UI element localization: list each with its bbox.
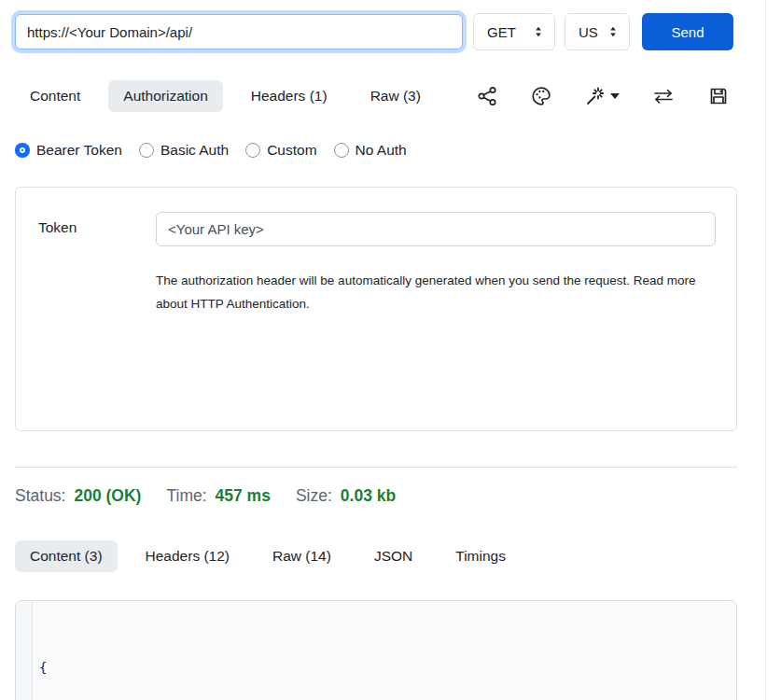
response-tab-json[interactable]: JSON bbox=[359, 540, 427, 572]
request-bar: GET US Send bbox=[15, 13, 737, 50]
palette-icon[interactable] bbox=[530, 85, 552, 107]
size-label: Size: bbox=[296, 486, 332, 506]
size-value: 0.03 kb bbox=[341, 486, 396, 506]
request-toolbar bbox=[476, 85, 737, 107]
magic-wand-icon[interactable] bbox=[584, 85, 620, 107]
bearer-token-panel: Token The authorization header will be a… bbox=[15, 187, 737, 431]
save-icon[interactable] bbox=[707, 85, 730, 107]
tab-headers[interactable]: Headers (1) bbox=[236, 80, 342, 112]
section-divider bbox=[15, 467, 737, 468]
response-tab-headers[interactable]: Headers (12) bbox=[131, 540, 244, 572]
swap-arrows-icon[interactable] bbox=[651, 85, 676, 107]
response-json: { "message": "API running." } bbox=[33, 601, 736, 700]
radio-label: Basic Auth bbox=[160, 142, 229, 159]
radio-custom[interactable]: Custom bbox=[245, 142, 316, 159]
radio-no-auth[interactable]: No Auth bbox=[334, 142, 407, 159]
radio-selected-icon bbox=[15, 143, 30, 158]
time-label: Time: bbox=[166, 486, 206, 506]
response-body-card: { "message": "API running." } bbox=[15, 600, 737, 700]
response-tab-content[interactable]: Content (3) bbox=[15, 540, 118, 572]
token-help-line1: The authorization header will be automat… bbox=[156, 273, 696, 287]
region-select[interactable]: US bbox=[565, 13, 630, 50]
radio-unselected-icon bbox=[334, 143, 349, 158]
code-gutter bbox=[16, 601, 33, 700]
request-tabs: Content Authorization Headers (1) Raw (3… bbox=[15, 78, 737, 114]
page-right-divider bbox=[765, 0, 766, 700]
token-input[interactable] bbox=[156, 212, 716, 246]
tab-authorization[interactable]: Authorization bbox=[108, 80, 222, 112]
token-help-line2: about HTTP Authentication. bbox=[156, 297, 310, 311]
radio-label: Custom bbox=[267, 142, 316, 159]
status-code-value: 200 (OK) bbox=[74, 486, 141, 506]
token-main: The authorization header will be automat… bbox=[156, 212, 716, 430]
radio-label: Bearer Token bbox=[36, 142, 122, 159]
token-label: Token bbox=[38, 212, 156, 430]
radio-unselected-icon bbox=[245, 143, 260, 158]
method-select-value: GET bbox=[487, 24, 516, 40]
api-client-panel: GET US Send Content Authorization Header… bbox=[15, 13, 737, 700]
send-button[interactable]: Send bbox=[642, 13, 733, 50]
token-help-text: The authorization header will be automat… bbox=[156, 269, 706, 315]
chevron-down-icon bbox=[610, 93, 620, 99]
response-status-bar: Status: 200 (OK) Time: 457 ms Size: 0.03… bbox=[15, 486, 737, 506]
tab-raw[interactable]: Raw (3) bbox=[356, 80, 436, 112]
tab-content[interactable]: Content bbox=[15, 80, 95, 112]
time-value: 457 ms bbox=[216, 486, 271, 506]
radio-bearer-token[interactable]: Bearer Token bbox=[15, 142, 122, 159]
radio-label: No Auth bbox=[356, 142, 407, 159]
region-select-value: US bbox=[579, 24, 598, 40]
radio-basic-auth[interactable]: Basic Auth bbox=[139, 142, 229, 159]
method-select[interactable]: GET bbox=[473, 13, 555, 50]
radio-unselected-icon bbox=[139, 143, 154, 158]
share-icon[interactable] bbox=[476, 85, 498, 107]
status-label: Status: bbox=[15, 486, 65, 506]
url-input[interactable] bbox=[15, 14, 463, 49]
select-arrows-icon bbox=[607, 25, 620, 38]
auth-type-options: Bearer Token Basic Auth Custom No Auth bbox=[15, 140, 737, 161]
select-arrows-icon bbox=[532, 25, 545, 38]
response-tabs: Content (3) Headers (12) Raw (14) JSON T… bbox=[15, 537, 737, 576]
response-tab-timings[interactable]: Timings bbox=[440, 540, 521, 572]
response-tab-raw[interactable]: Raw (14) bbox=[258, 540, 346, 572]
json-line-open: { bbox=[39, 656, 727, 679]
